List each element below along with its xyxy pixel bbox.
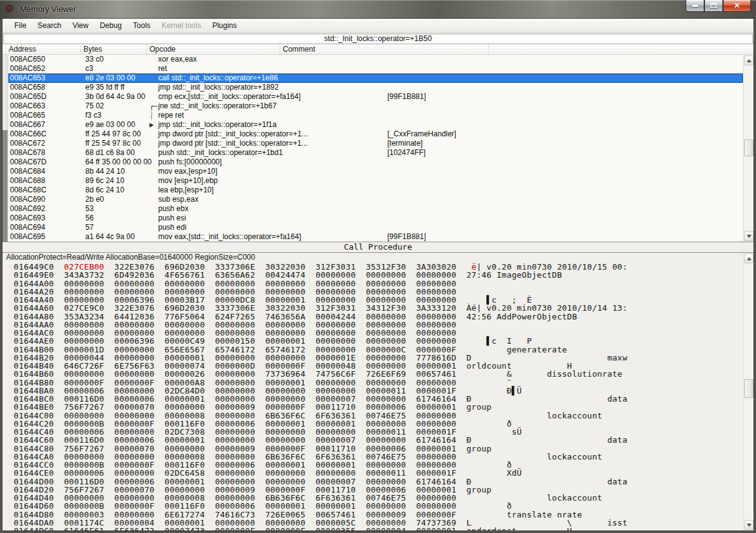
hex-row[interactable]: 01644A80 353A3234 64412036 776F5064 624F…	[14, 313, 743, 321]
hex-row[interactable]: 016449E0 343A3732 6D492036 4F656761 6365…	[14, 271, 743, 279]
hex-row[interactable]: 01644C40 00000006 00000000 02DC7308 0000…	[14, 428, 743, 436]
opcode-text: push esi	[158, 214, 377, 223]
hex-row[interactable]: 01644C60 000116D0 00000006 00000001 0000…	[14, 436, 743, 444]
hex-row[interactable]: 01644B40 646C726F 6E756F63 00000074 0000…	[14, 362, 743, 370]
disasm-row[interactable]: 008AC672ff 25 54 97 8c 00jmp dword ptr […	[2, 139, 743, 148]
opcode-cell: jmp std::_init_locks::operator=+1f1a	[158, 120, 743, 130]
hex-row[interactable]: 01644BC0 000116D0 00000006 00000001 0000…	[14, 395, 743, 403]
column-header-opcode[interactable]: Opcode	[147, 44, 280, 54]
disasm-row[interactable]: 008AC6902b e0sub esp,eax	[2, 195, 743, 204]
hex-row[interactable]: 01644D40 00000000 00000000 00000008 0000…	[14, 494, 743, 502]
disasm-row[interactable]: 008AC65D3b 0d 64 4c 9a 00cmp ecx,[std::_…	[2, 92, 743, 101]
scrollbar-thumb[interactable]	[744, 139, 754, 156]
jump-arrow-spacer	[149, 130, 158, 139]
bytes-cell: 3b 0d 64 4c 9a 00	[85, 92, 149, 101]
hex-row[interactable]: 01644A00 00000000 00000000 00000000 0000…	[14, 280, 743, 288]
hex-row[interactable]: 01644DC0 61646E61 6F636472 00007473 0000…	[14, 527, 743, 531]
disasm-row[interactable]: 008AC665f3 c3┊repe ret	[2, 111, 743, 120]
hex-row[interactable]: 01644C20 0000000B 0000000F 000116F0 0000…	[14, 420, 743, 428]
menu-item-view[interactable]: View	[67, 20, 94, 31]
hex-row[interactable]: 01644BA0 00000006 00000000 02DC84D0 0000…	[14, 387, 743, 395]
disasm-row[interactable]: 008AC68C8d 6c 24 10lea ebp,[esp+10]	[2, 186, 743, 195]
jump-arrow-spacer	[149, 73, 158, 83]
menu-item-debug[interactable]: Debug	[94, 20, 127, 31]
hex-row[interactable]: 01644C00 00000000 00000000 00000008 0000…	[14, 412, 743, 420]
hex-gap	[456, 526, 466, 531]
hex-row[interactable]: 01644A40 00000000 00006396 00003B17 0000…	[14, 296, 743, 304]
hex-row[interactable]: 01644CA0 00000000 00000000 00000008 0000…	[14, 453, 743, 461]
hex-gap	[154, 526, 164, 531]
hex-row[interactable]: 016449C0 027CEB00 322E3076 696D2030 3337…	[14, 263, 743, 271]
bytes-cell: 8b 44 24 10	[85, 167, 149, 176]
scroll-down-button[interactable]	[744, 520, 754, 530]
hex-row[interactable]: 01644AE0 00000000 00006396 00000C49 0000…	[14, 337, 743, 345]
hex-row[interactable]: 01644B80 0000000F 0000000F 000000A8 0000…	[14, 379, 743, 387]
close-button[interactable]: ✕	[723, 0, 751, 12]
scrollbar-thumb[interactable]	[744, 379, 754, 398]
hex-ascii: andardcost U	[466, 526, 572, 531]
disasm-row[interactable]: 008AC67D64 ff 35 00 00 00 00push fs:[000…	[2, 158, 743, 167]
jump-arrow-spacer	[149, 55, 158, 64]
disasm-row[interactable]: 008AC695a1 64 4c 9a 00mov eax,[std::_ini…	[2, 232, 743, 242]
hex-dword: 61646E61	[64, 526, 105, 531]
column-header-bytes[interactable]: Bytes	[81, 44, 147, 54]
disasm-vertical-scrollbar[interactable]	[743, 55, 754, 242]
disasm-row-selected[interactable]: 008AC653e8 2e 03 00 00call std::_init_lo…	[2, 73, 743, 83]
disasm-row[interactable]: 008AC6848b 44 24 10mov eax,[esp+10]	[2, 167, 743, 176]
disasm-row[interactable]: 008AC69356push esi	[2, 214, 743, 223]
disasm-row[interactable]: 008AC652c3ret	[2, 64, 743, 73]
maximize-button[interactable]	[704, 0, 723, 12]
bytes-cell: 8d 6c 24 10	[85, 186, 149, 195]
opcode-text: sub esp,eax	[158, 195, 377, 204]
hex-row[interactable]: 01644A20 00000000 00000000 00000000 0000…	[14, 288, 743, 296]
bytes-cell: f3 c3	[85, 111, 149, 120]
scroll-up-button[interactable]	[744, 253, 754, 263]
menu-item-plugins[interactable]: Plugins	[207, 20, 242, 31]
disasm-row[interactable]: 008AC69457push edi	[2, 223, 743, 232]
column-header-comment[interactable]: Comment	[280, 44, 489, 54]
disasm-row[interactable]: 008AC68889 6c 24 10mov [esp+10],ebp	[2, 176, 743, 186]
hex-row[interactable]: 01644CE0 00000006 00000000 02DC6458 0000…	[14, 469, 743, 477]
hex-row[interactable]: 01644D80 00000003 00000000 6E617274 7461…	[14, 511, 743, 519]
address-cell: 008AC694	[7, 223, 85, 232]
hex-row[interactable]: 01644D00 000116D0 00000006 00000001 0000…	[14, 478, 743, 486]
menu-item-file[interactable]: File	[9, 20, 32, 31]
hex-row[interactable]: 01644B60 00000000 00000000 00000026 0000…	[14, 370, 743, 378]
disasm-row[interactable]: 008AC667e9 ae 03 00 00▶jmp std::_init_lo…	[2, 120, 743, 130]
hex-row[interactable]: 01644C80 756F7267 00000070 00000000 0000…	[14, 445, 743, 453]
hex-row[interactable]: 01644DA0 0001174C 00000004 00000001 0000…	[14, 519, 743, 527]
hexdump-rows: 016449C0 027CEB00 322E3076 696D2030 3337…	[2, 263, 743, 531]
menu-item-tools[interactable]: Tools	[128, 20, 156, 31]
address-cell: 008AC653	[7, 73, 85, 83]
disasm-row[interactable]: 008AC66Cff 25 44 97 8c 00jmp dword ptr […	[2, 130, 743, 139]
opcode-cell: xor eax,eax	[158, 55, 743, 64]
scroll-down-button[interactable]	[744, 231, 754, 241]
symbol-bar: std::_Init_locks::operator=+1B50	[3, 34, 753, 44]
title-bar[interactable]: ⚙ Memory Viewer ✕	[0, 0, 756, 19]
arrow-down-icon	[747, 524, 752, 527]
disasm-row[interactable]: 008AC66375 02┌╌jne std::_init_locks::ope…	[2, 101, 743, 111]
hex-row[interactable]: 01644D60 0000000B 0000000F 000116F0 0000…	[14, 502, 743, 510]
hexdump-vertical-scrollbar[interactable]	[743, 253, 754, 531]
disasm-row[interactable]: 008AC65033 c0xor eax,eax	[2, 55, 743, 64]
disasm-row[interactable]: 008AC69253push ebx	[2, 204, 743, 214]
hex-row[interactable]: 01644BE0 756F7267 00000070 00000000 0000…	[14, 403, 743, 411]
address-cell: 008AC667	[7, 120, 85, 130]
scroll-up-button[interactable]	[744, 55, 754, 65]
hex-row[interactable]: 01644A60 027CE9C0 322E3076 696D2030 3337…	[14, 304, 743, 312]
address-cell: 008AC665	[7, 111, 85, 120]
hex-row[interactable]: 01644D20 756F7267 00000070 00000000 0000…	[14, 486, 743, 494]
bytes-cell: c3	[85, 64, 149, 73]
minimize-button[interactable]	[686, 0, 704, 12]
opcode-text: jmp dword ptr [std::_init_locks::operato…	[158, 130, 377, 139]
address-cell: 008AC65D	[7, 92, 85, 101]
column-header-address[interactable]: Address	[2, 44, 81, 54]
bytes-cell: e8 2e 03 00 00	[85, 73, 149, 83]
hex-row[interactable]: 01644B20 00000044 00000000 00000001 0000…	[14, 354, 743, 362]
hex-row[interactable]: 01644B00 0000001D 00000000 656E6567 6574…	[14, 346, 743, 354]
disasm-row[interactable]: 008AC67868 d1 c6 8a 00push std::_init_lo…	[2, 148, 743, 158]
menu-item-search[interactable]: Search	[32, 20, 67, 31]
disasm-row[interactable]: 008AC658e9 35 fd ff ffjmp std::_init_loc…	[2, 83, 743, 92]
hex-row[interactable]: 01644AA0 00000000 00000000 00000000 0000…	[14, 321, 743, 329]
bytes-cell: 33 c0	[85, 55, 149, 64]
